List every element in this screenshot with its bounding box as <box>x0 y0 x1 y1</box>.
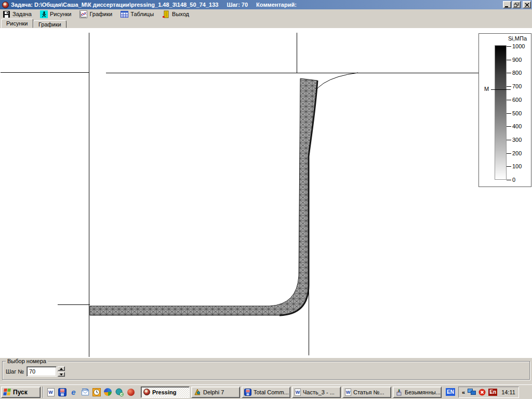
app-icon <box>2 2 9 8</box>
legend-tick-label: 800 <box>512 70 522 76</box>
toolbar-pictures-button[interactable]: Рисунки <box>38 10 75 19</box>
internet-explorer-quicklaunch-icon[interactable]: e <box>69 387 78 397</box>
red-round-icon <box>127 389 135 396</box>
media-player-icon <box>104 388 112 396</box>
teal-sphere-icon <box>115 388 124 396</box>
start-button[interactable]: Пуск <box>1 387 41 398</box>
legend-tick <box>507 126 511 127</box>
taskbar-button-untitled-label: Безымянны... <box>405 389 441 395</box>
toolbar-exit-button[interactable]: Выход <box>161 10 193 19</box>
title-step: Шаг: 70 <box>227 2 248 8</box>
toolbar-charts-button[interactable]: Графики <box>78 10 116 19</box>
stress-legend: Si,МПа 1000 900 800 700 600 500 400 300 … <box>478 33 531 187</box>
tab-charts-label: Графики <box>38 21 61 28</box>
ie-icon: e <box>71 388 75 396</box>
toolbar-tables-label: Таблицы <box>130 11 154 17</box>
taskbar: Пуск W e <box>0 384 532 399</box>
word-quicklaunch-icon[interactable]: W <box>46 387 56 397</box>
clock-app-quicklaunch-icon[interactable] <box>91 387 101 397</box>
workpiece-mesh <box>90 78 317 315</box>
toolbar-tables-button[interactable]: Таблицы <box>119 10 157 19</box>
toolbar-charts-label: Графики <box>89 11 112 17</box>
legend-tick-label: 500 <box>512 110 522 116</box>
step-panel: Выбор номера Шаг № 70 <box>0 357 532 384</box>
delphi-icon <box>194 389 201 396</box>
taskbar-button-untitled[interactable]: Безымянны... <box>393 387 442 398</box>
taskbar-button-pressing[interactable]: Pressing <box>141 387 190 398</box>
tray-clock: 14:11 <box>501 389 515 395</box>
legend-tick-label: 0 <box>512 177 515 183</box>
close-icon <box>525 3 529 7</box>
taskbar-button-total-commander[interactable]: Total Comm... <box>242 387 290 398</box>
step-number-input[interactable]: 70 <box>26 366 57 377</box>
step-spinner <box>58 366 65 377</box>
main-toolbar: Задача Рисунки Графики Таблицы Выход <box>0 9 532 19</box>
word-icon: W <box>47 388 55 396</box>
arrow-up-icon <box>60 368 63 370</box>
legend-tick-label: 900 <box>512 57 522 63</box>
legend-tick <box>507 153 511 154</box>
media-player-quicklaunch-icon[interactable] <box>103 387 113 397</box>
legend-tick <box>507 100 511 100</box>
taskbar-button-word-doc1-label: Часть_3 - ... <box>303 389 335 395</box>
legend-tick <box>507 113 511 114</box>
taskbar-button-delphi-label: Delphi 7 <box>203 389 224 395</box>
taskbar-separator <box>43 387 44 398</box>
language-indicator-en2[interactable]: En <box>488 389 497 396</box>
legend-tick <box>507 140 511 140</box>
legend-tick <box>507 73 511 73</box>
minimize-icon <box>504 3 510 7</box>
network-icon[interactable] <box>468 389 476 396</box>
restore-button[interactable] <box>512 1 521 8</box>
taskbar-button-word-doc1[interactable]: W Часть_3 - ... <box>292 387 341 398</box>
title-task-path: Задача: D:\Общая\Саша_М\К диссертации\pr… <box>11 2 218 8</box>
legend-tick-label: 600 <box>512 97 522 103</box>
taskbar-button-word-doc2[interactable]: W Статья №... <box>342 387 391 398</box>
security-alert-shield-icon[interactable] <box>478 389 486 396</box>
toolbar-task-label: Задача <box>12 11 32 17</box>
legend-tick-label: 300 <box>512 137 522 143</box>
tab-charts[interactable]: Графики <box>33 20 66 28</box>
toolbar-pictures-label: Рисунки <box>50 11 72 17</box>
arrow-down-icon <box>60 374 63 376</box>
restore-icon <box>514 3 519 7</box>
green-arrow-app-quicklaunch-icon[interactable] <box>114 387 124 397</box>
step-groupbox: Выбор номера Шаг № 70 <box>2 361 530 380</box>
start-label: Пуск <box>13 389 28 396</box>
outlook-express-quicklaunch-icon[interactable] <box>80 387 90 397</box>
table-icon <box>121 10 128 18</box>
tray-collapse-chevron[interactable]: « <box>462 389 465 395</box>
chart-icon <box>79 10 87 18</box>
tab-strip: Рисунки Графики <box>0 19 532 28</box>
running-man-icon <box>40 10 48 18</box>
legend-marker-label: M <box>484 86 489 92</box>
tab-pictures[interactable]: Рисунки <box>1 19 33 28</box>
red-app-quicklaunch-icon[interactable] <box>126 387 136 397</box>
legend-marker-line <box>491 89 511 90</box>
total-commander-quicklaunch-icon[interactable] <box>57 387 67 397</box>
exit-door-icon <box>162 10 170 18</box>
clock-icon <box>92 388 101 396</box>
taskbar-button-word-doc2-label: Статья №... <box>353 389 384 395</box>
legend-tick-label: 100 <box>512 163 522 169</box>
title-bar: Задача: D:\Общая\Саша_М\К диссертации\pr… <box>0 0 532 9</box>
legend-tick <box>507 60 511 60</box>
minimize-button[interactable] <box>503 1 511 8</box>
window-title: Задача: D:\Общая\Саша_М\К диссертации\pr… <box>11 2 503 8</box>
taskbar-button-delphi[interactable]: Delphi 7 <box>191 387 240 398</box>
envelope-icon <box>81 389 89 396</box>
legend-tick <box>507 166 511 167</box>
paint-brushes-icon <box>395 389 403 396</box>
floppy-icon <box>244 389 251 396</box>
toolbar-task-button[interactable]: Задача <box>1 10 35 19</box>
close-button[interactable] <box>523 1 531 8</box>
floppy-icon <box>58 388 66 396</box>
pressing-app-icon <box>143 389 150 395</box>
step-down-button[interactable] <box>58 372 65 377</box>
legend-tick <box>507 86 511 87</box>
save-floppy-icon <box>3 10 10 18</box>
taskbar-button-pressing-label: Pressing <box>152 389 176 395</box>
simulation-canvas: Si,МПа 1000 900 800 700 600 500 400 300 … <box>0 28 532 357</box>
language-indicator-en[interactable]: EN <box>446 388 455 396</box>
step-up-button[interactable] <box>58 366 65 371</box>
